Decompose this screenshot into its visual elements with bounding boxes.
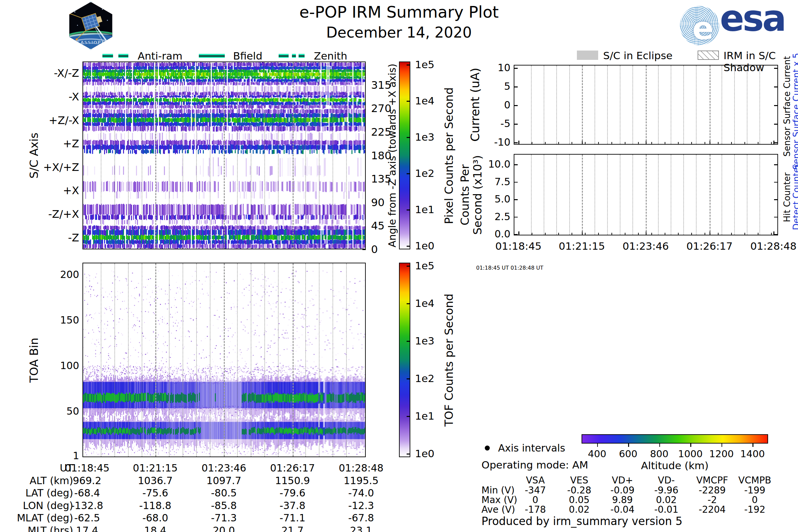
altitude-colorbar [582,434,768,443]
ut-table-value: 01:18:45 [65,462,110,474]
gridline-major [224,263,225,457]
esa-wordmark: esa [720,0,785,39]
gridline-minor [278,62,279,249]
alt-tick-600: 600 [619,448,638,459]
ut-table-value: 1150.9 [275,475,310,487]
ut-table-value: -85.8 [211,500,237,511]
x-minor-ticks [518,142,773,144]
page-title: e-POP IRM Summary Plot [200,3,598,21]
alt-tick-mark [722,443,723,447]
row-label-XZ: -X/-Z [33,67,79,79]
esa-globe-e: e [692,10,714,46]
toa-tick-1: 1 [40,450,79,461]
gridline-minor [332,62,333,249]
tof-colorbar-tickmark [407,454,410,455]
toa-tick-200: 200 [40,269,79,280]
row-label-ZX: -Z/+X [33,208,79,221]
ut-table-value: -67.8 [348,512,374,524]
gridline-minor [114,62,115,249]
gridline-major [292,263,293,457]
gridline-minor [183,263,183,457]
row-label-XZ: +X/+Z [33,161,79,174]
ut-table-value: -74.0 [348,487,374,499]
ut-table-value: -71.1 [280,512,306,524]
tof-colorbar-tick-1e1: 1e1 [415,410,435,422]
voltage-value: -2204 [699,504,725,515]
row-label-X: -X [33,91,79,103]
voltage-row-label-2: Ave (V) [481,504,515,515]
voltage-col-VSA: VSA [526,475,545,486]
current-plot-series [514,65,778,145]
legend-label-bfield: Bfield [233,50,262,62]
gridline-minor [183,62,183,249]
ut-table-label-0: UT [10,462,73,474]
row-label-X: +X [33,184,79,197]
tof-colorbar-tick-1e5: 1e5 [415,260,435,272]
counts-right-label-blue: Detect Counter [791,147,798,247]
tof-colorbar-tickmark [407,416,410,417]
operating-mode-label: Operating mode: AM [481,459,588,471]
right-xtick-0: 01:18:45 [495,240,541,252]
gridline-minor [114,263,115,457]
gridline-major [224,62,225,249]
gridline-minor [305,263,306,457]
angle-tick-45: 45 [371,220,385,232]
pixel-colorbar-tickmark [407,173,410,174]
row-label-Z: +Z [33,137,79,150]
gridline-minor [210,62,210,249]
alt-tick-800: 800 [650,448,668,459]
patch-border [66,1,115,50]
voltage-value: -192 [744,504,765,515]
ut-table-value: -132.8 [71,500,103,511]
gridline-minor [101,263,101,457]
legend-label-zenith: Zenith [314,50,347,62]
tof-colorbar-tick-1e3: 1e3 [415,335,435,347]
axis-intervals-dot-icon [485,445,490,451]
ut-table-value: 01:23:46 [202,462,246,474]
alt-tick-mark [690,443,691,447]
ut-table-label-2: LAT (deg) [10,487,73,499]
angle-tick-0: 0 [371,243,378,256]
gridline-minor [210,263,210,457]
angle-tick-90: 90 [371,196,385,209]
alt-tick-mark [659,443,660,447]
ut-table-value: -62.5 [74,512,100,524]
svg-text:01:28:48 UT: 01:28:48 UT [511,265,543,271]
ut-table-value: -80.5 [211,487,237,499]
ut-table-value: -71.3 [211,512,237,524]
row-label-ZX: +Z/-X [33,114,79,127]
gridline-minor [278,263,279,457]
voltage-col-VD: VD+ [612,475,633,486]
pixel-colorbar-tickmark [407,101,410,102]
gridline-minor [346,263,347,457]
ut-table-value: 23.1 [350,525,373,532]
ut-table-value: -79.6 [280,487,306,499]
gridline-minor [169,62,170,249]
ut-table-value: 21.7 [281,525,304,532]
pixel-colorbar-tickmark [407,137,410,138]
ut-table-label-3: LON (deg) [10,500,73,511]
legend-line-core [199,56,225,57]
row-label-Z: -Z [33,231,79,244]
ut-table-label-4: MLAT (deg) [10,512,73,524]
footer-version-label: Produced by irm_summary version 5 [481,515,682,528]
voltage-value: -0.01 [654,504,678,515]
tof-colorbar [399,263,410,457]
tof-colorbar-tickmark [407,341,410,342]
pixel-colorbar-tickmark [407,64,410,65]
ut-table-value: -37.8 [280,500,306,511]
gridline-minor [251,263,251,457]
pixel-colorbar-tick-1e5: 1e5 [415,58,435,71]
eclipse-label: S/C in Eclipse [603,50,673,61]
pixel-colorbar-title: Pixel Counts per Second [442,69,456,242]
epop-irm-summary-page: CASSIOPE e-POP IRM Summary Plot December… [0,0,798,532]
voltage-value: -178 [525,504,546,515]
ut-table-label-5: MLT (hrs) [10,525,73,532]
tof-colorbar-tickmark [407,266,410,267]
x-tick-mark [773,141,774,144]
voltage-col-VCMPB: VCMPB [739,475,772,486]
toa-tick-150: 150 [40,314,79,326]
ut-table-label-1: ALT (km) [10,475,73,487]
alt-tick-mark [753,443,754,447]
page-date: December 14, 2020 [200,24,598,41]
